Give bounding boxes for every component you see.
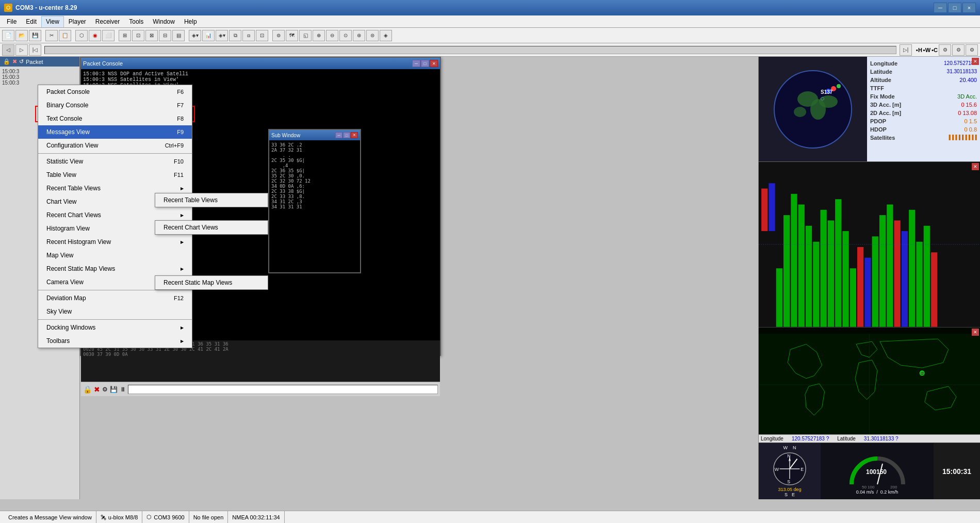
- maximize-button[interactable]: □: [948, 3, 961, 13]
- menu-tools[interactable]: Tools: [124, 16, 148, 27]
- menu-window[interactable]: Window: [148, 16, 179, 27]
- menu-packet-console[interactable]: Packet Console F6: [38, 85, 192, 99]
- info-pdop-row: PDOP 0 1.5: [869, 118, 978, 125]
- sub-line-5: ,4: [271, 163, 358, 168]
- tb-cfg2[interactable]: ⚙: [952, 44, 965, 56]
- view-dropdown-menu[interactable]: Packet Console F6 Binary Console F7 Text…: [38, 85, 192, 348]
- menu-map-view[interactable]: Map View: [38, 249, 192, 262]
- console-input[interactable]: [128, 385, 438, 394]
- r2-close-btn[interactable]: ✕: [972, 163, 979, 170]
- svg-text:100150: 100150: [866, 468, 887, 476]
- menu-config-view[interactable]: Configuration View Ctrl+F9: [38, 139, 192, 152]
- tb-b1[interactable]: ⧉: [229, 30, 241, 41]
- tb-new[interactable]: 📄: [2, 30, 14, 41]
- tb-b5[interactable]: ⊕: [313, 30, 325, 41]
- menu-file[interactable]: File: [2, 16, 21, 27]
- tb-save[interactable]: 💾: [29, 30, 41, 41]
- console-maximize[interactable]: □: [421, 60, 429, 67]
- nav-label-w: ▪W: [923, 47, 930, 53]
- tb-chart[interactable]: 📊: [202, 30, 215, 41]
- tb-view1[interactable]: ⊞: [119, 30, 131, 41]
- footer-save[interactable]: 💾: [110, 386, 118, 393]
- footer-settings[interactable]: ⚙: [102, 386, 108, 393]
- tb-copy[interactable]: 📋: [59, 30, 71, 41]
- satellite-globe-svg: S137 ⬡: [772, 68, 854, 151]
- menu-binary-console[interactable]: Binary Console F7: [38, 99, 192, 112]
- table-view-shortcut: F11: [174, 172, 184, 178]
- playback-bar[interactable]: [44, 46, 896, 54]
- tb-b7[interactable]: ⊙: [339, 30, 352, 41]
- tb-view5[interactable]: ▤: [172, 30, 185, 41]
- tb-cut[interactable]: ✂: [45, 30, 58, 41]
- tb-cfg3[interactable]: ⚙: [966, 44, 978, 56]
- tb-view2[interactable]: ⊡: [132, 30, 144, 41]
- tb-map[interactable]: 🗺: [286, 30, 298, 41]
- menu-help[interactable]: Help: [179, 16, 202, 27]
- menu-table-view[interactable]: Table View F11: [38, 168, 192, 182]
- tb-b10[interactable]: ◈: [380, 30, 392, 41]
- tb-b3[interactable]: ⊡: [256, 30, 268, 41]
- sub-line-1: 33 36 2C .2: [271, 142, 358, 148]
- recent-static-map-arrow: ▶: [181, 267, 184, 271]
- fixmode-label: Fix Mode: [870, 93, 895, 100]
- menu-toolbars[interactable]: Toolbars ▶: [38, 334, 192, 348]
- close-icon-left[interactable]: ✖: [12, 58, 17, 65]
- tb-skip-fwd[interactable]: ▷|: [900, 44, 912, 56]
- menu-statistic-view[interactable]: Statistic View F10: [38, 155, 192, 168]
- footer-lock[interactable]: 🔒: [83, 385, 92, 394]
- minimize-button[interactable]: ─: [934, 3, 947, 13]
- tb-b4[interactable]: ◱: [299, 30, 312, 41]
- close-button[interactable]: ×: [962, 3, 976, 13]
- tb-b8[interactable]: ⊛: [353, 30, 365, 41]
- console-close[interactable]: ✕: [430, 60, 438, 67]
- left-panel-header: 🔒 ✖ ↺ Packet: [0, 57, 79, 67]
- tb-b2[interactable]: ⧈: [242, 30, 255, 41]
- tb-skip-back[interactable]: |◁: [29, 44, 41, 56]
- tb-disconnect[interactable]: ◉: [89, 30, 101, 41]
- menu-histogram-view[interactable]: Histogram View: [38, 222, 192, 235]
- tb-record[interactable]: ⬜: [102, 30, 115, 41]
- tb-view4[interactable]: ⊟: [159, 30, 171, 41]
- menu-recent-chart-views[interactable]: Recent Chart Views ▶: [38, 208, 192, 222]
- toolbar-2: ◁ ▷ |◁ ▷| ▪H ▪W ▪C ⚙ ⚙ ⚙: [0, 43, 980, 57]
- menu-recent-static-map[interactable]: Recent Static Map Views ▶: [38, 262, 192, 275]
- menu-deviation-map[interactable]: Deviation Map F12: [38, 291, 192, 305]
- menu-receiver[interactable]: Receiver: [91, 16, 124, 27]
- console-minimize[interactable]: ─: [412, 60, 420, 67]
- footer-pause[interactable]: ⏸: [120, 386, 126, 393]
- tb-view3[interactable]: ⊠: [145, 30, 158, 41]
- binary-console-shortcut: F7: [177, 102, 184, 108]
- menu-messages-view[interactable]: Messages View F9: [38, 125, 192, 139]
- main-area: 🔒 ✖ ↺ Packet 15:00:3 15:00:3 15:00:3 Pac…: [0, 57, 980, 499]
- menu-recent-histogram-view[interactable]: Recent Histogram View ▶: [38, 235, 192, 249]
- tb-drop2[interactable]: ◈▾: [216, 30, 228, 41]
- menu-view[interactable]: View: [41, 16, 64, 27]
- menu-docking-windows[interactable]: Docking Windows ▶: [38, 321, 192, 334]
- tb-drop1[interactable]: ◈▾: [189, 30, 201, 41]
- menu-player[interactable]: Player: [64, 16, 91, 27]
- tb-sat[interactable]: ⊚: [272, 30, 285, 41]
- svg-rect-16: [798, 205, 805, 327]
- sub-win-min[interactable]: ─: [335, 132, 342, 138]
- menu-sky-view[interactable]: Sky View: [38, 305, 192, 318]
- tb-cfg1[interactable]: ⚙: [939, 44, 951, 56]
- footer-close[interactable]: ✖: [94, 385, 100, 394]
- tb-b6[interactable]: ⊖: [326, 30, 338, 41]
- r1-close[interactable]: ✕: [972, 58, 979, 65]
- sub-win-max[interactable]: □: [343, 132, 350, 138]
- tb-open[interactable]: 📂: [15, 30, 28, 41]
- menu-text-console[interactable]: Text Console F8: [38, 112, 192, 125]
- console-controls: ─ □ ✕: [412, 60, 438, 67]
- menu-recent-table-views[interactable]: Recent Table Views ▶: [38, 182, 192, 195]
- menu-camera-view[interactable]: Camera View: [38, 275, 192, 289]
- svg-point-7: [837, 84, 841, 88]
- tb-forward[interactable]: ▷: [15, 44, 28, 56]
- tb-back[interactable]: ◁: [2, 44, 14, 56]
- svg-rect-20: [828, 221, 834, 327]
- sub-win-close[interactable]: ✕: [351, 132, 358, 138]
- tb-connect[interactable]: ⬡: [75, 30, 88, 41]
- tb-b9[interactable]: ⊜: [366, 30, 379, 41]
- menu-edit[interactable]: Edit: [21, 16, 41, 27]
- menu-chart-view[interactable]: Chart View: [38, 195, 192, 208]
- r3-close-btn[interactable]: ✕: [972, 329, 979, 336]
